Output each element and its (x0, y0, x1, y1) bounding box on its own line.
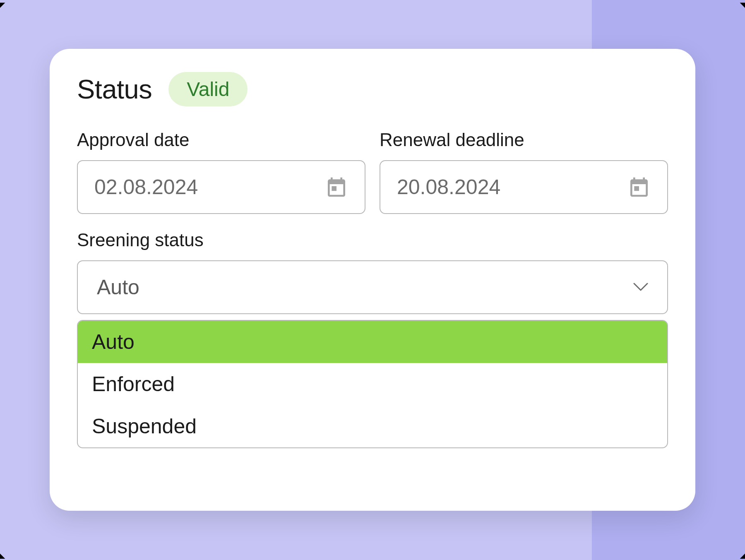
approval-date-input[interactable]: 02.08.2024 (77, 160, 365, 214)
card-header: Status Valid (77, 72, 668, 106)
chevron-down-icon (633, 283, 648, 292)
page-title: Status (77, 74, 152, 105)
renewal-deadline-input[interactable]: 20.08.2024 (380, 160, 668, 214)
screening-status-select[interactable]: Auto (77, 260, 668, 314)
screening-status-field: Sreening status Auto Auto Enforced Suspe… (77, 230, 668, 448)
renewal-deadline-field: Renewal deadline 20.08.2024 (380, 130, 668, 214)
renewal-deadline-value: 20.08.2024 (397, 175, 500, 199)
dropdown-option-auto[interactable]: Auto (78, 321, 667, 363)
approval-date-field: Approval date 02.08.2024 (77, 130, 365, 214)
dropdown-option-enforced[interactable]: Enforced (78, 363, 667, 405)
renewal-deadline-label: Renewal deadline (380, 130, 668, 150)
corner-marker: ◢ (740, 549, 745, 560)
calendar-icon[interactable] (627, 175, 651, 199)
status-badge: Valid (168, 72, 248, 106)
approval-date-label: Approval date (77, 130, 365, 150)
screening-status-selected-value: Auto (97, 275, 139, 299)
date-fields-row: Approval date 02.08.2024 Renewal deadlin… (77, 130, 668, 214)
approval-date-value: 02.08.2024 (94, 175, 198, 199)
status-card: Status Valid Approval date 02.08.2024 Re… (50, 49, 695, 511)
corner-marker: ◥ (740, 0, 745, 11)
corner-marker: ◤ (0, 0, 5, 11)
calendar-icon[interactable] (325, 175, 348, 199)
screening-status-label: Sreening status (77, 230, 668, 250)
screening-status-dropdown: Auto Enforced Suspended (77, 320, 668, 448)
dropdown-option-suspended[interactable]: Suspended (78, 405, 667, 447)
corner-marker: ◣ (0, 549, 5, 560)
